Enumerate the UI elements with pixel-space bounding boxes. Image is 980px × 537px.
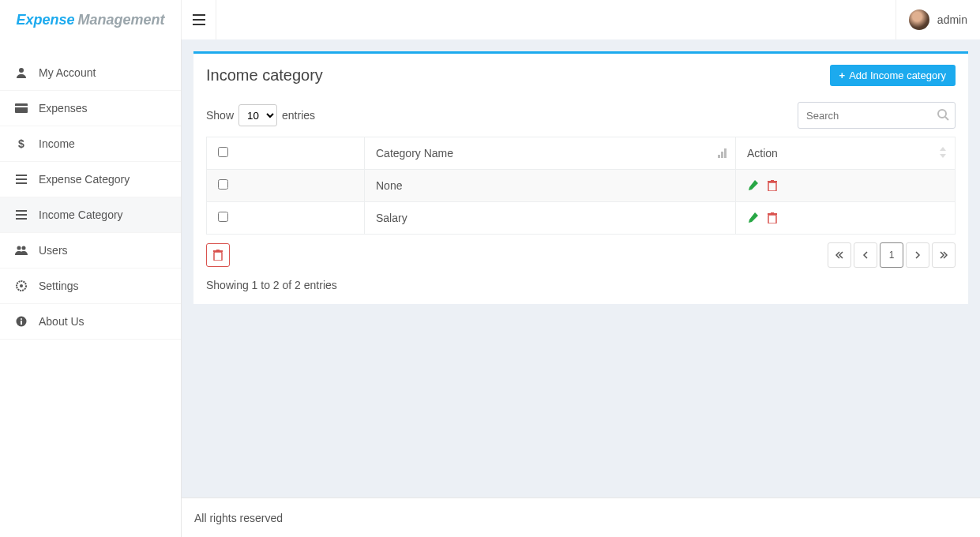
sidebar: My Account Expenses $ Income Expense Cat… (0, 39, 182, 537)
search-input[interactable] (798, 102, 956, 129)
svg-rect-28 (768, 181, 777, 182)
svg-rect-2 (193, 24, 205, 25)
svg-rect-1 (193, 19, 205, 21)
data-table: Category Name Action None (206, 137, 956, 235)
svg-rect-29 (771, 180, 774, 181)
svg-rect-32 (771, 212, 774, 213)
sidebar-item-label: Users (39, 244, 68, 257)
delete-button[interactable] (768, 180, 777, 191)
svg-rect-34 (213, 250, 223, 252)
svg-rect-22 (718, 155, 720, 158)
svg-text:$: $ (18, 137, 24, 150)
svg-rect-5 (15, 106, 28, 107)
footer: All rights reserved (182, 498, 980, 537)
sidebar-item-users[interactable]: Users (0, 233, 181, 268)
show-label: Show (206, 109, 234, 122)
add-income-category-button[interactable]: + Add Income category (830, 65, 956, 86)
action-header[interactable]: Action (736, 137, 956, 170)
svg-rect-31 (768, 213, 777, 215)
row-checkbox[interactable] (218, 179, 228, 190)
select-all-checkbox[interactable] (218, 147, 228, 157)
sidebar-toggle-button[interactable] (182, 0, 216, 39)
add-button-label: Add Income category (849, 69, 946, 81)
svg-point-14 (22, 246, 26, 250)
header-label: Category Name (376, 147, 453, 160)
sidebar-item-label: My Account (39, 66, 96, 79)
svg-rect-10 (16, 210, 27, 212)
table-row: None (207, 170, 956, 202)
chevrons-left-icon (835, 251, 843, 259)
list-icon (12, 210, 31, 220)
sort-icon (939, 147, 947, 158)
category-name-header[interactable]: Category Name (365, 137, 736, 170)
edit-button[interactable] (747, 180, 758, 191)
sidebar-item-label: Expense Category (39, 173, 130, 186)
sidebar-item-label: Income (39, 137, 75, 150)
chevron-right-icon (914, 251, 921, 259)
svg-line-21 (945, 117, 948, 120)
sidebar-item-expense-category[interactable]: Expense Category (0, 162, 181, 197)
page-last-button[interactable] (932, 242, 956, 268)
svg-rect-24 (724, 148, 727, 158)
logo[interactable]: Expense Management (0, 0, 182, 39)
sidebar-item-expenses[interactable]: Expenses (0, 91, 181, 126)
page-prev-button[interactable] (854, 242, 877, 268)
sidebar-item-label: About Us (39, 315, 84, 328)
svg-point-20 (938, 110, 946, 118)
card-icon (12, 103, 31, 113)
svg-rect-23 (721, 152, 723, 158)
sidebar-item-settings[interactable]: Settings (0, 268, 181, 304)
sidebar-item-income[interactable]: $ Income (0, 126, 181, 162)
pagination: 1 (825, 242, 956, 268)
svg-marker-26 (940, 154, 946, 158)
username-label: admin (937, 13, 967, 26)
search-icon (937, 108, 949, 121)
page-next-button[interactable] (906, 242, 929, 268)
user-menu[interactable]: admin (896, 0, 980, 39)
category-name-cell: Salary (365, 202, 736, 235)
edit-button[interactable] (747, 212, 758, 223)
svg-rect-30 (768, 215, 776, 223)
svg-rect-33 (214, 252, 222, 261)
page-title: Income category (206, 66, 323, 84)
sidebar-item-my-account[interactable]: My Account (0, 55, 181, 91)
entries-control: Show 10 entries (206, 104, 315, 126)
sidebar-item-income-category[interactable]: Income Category (0, 197, 181, 233)
row-checkbox[interactable] (218, 212, 228, 222)
info-icon (12, 316, 31, 327)
chevrons-right-icon (940, 251, 948, 259)
page-first-button[interactable] (828, 242, 851, 268)
showing-summary: Showing 1 to 2 of 2 entries (206, 279, 956, 291)
bulk-delete-button[interactable] (206, 243, 230, 267)
svg-point-16 (20, 284, 23, 287)
top-header: Expense Management admin (0, 0, 980, 39)
logo-text-2: Management (78, 12, 165, 28)
svg-rect-4 (15, 103, 28, 113)
footer-text: All rights reserved (194, 512, 283, 524)
sidebar-item-label: Expenses (39, 102, 87, 115)
sidebar-item-about-us[interactable]: About Us (0, 304, 181, 340)
svg-point-3 (19, 68, 24, 73)
panel: Income category + Add Income category Sh… (193, 51, 968, 304)
plus-icon: + (839, 69, 846, 81)
users-icon (12, 246, 31, 255)
svg-rect-0 (193, 14, 205, 16)
svg-rect-27 (768, 182, 776, 191)
list-icon (12, 175, 31, 184)
svg-rect-11 (16, 214, 27, 216)
select-all-header (207, 137, 365, 170)
svg-point-18 (21, 318, 22, 320)
svg-rect-9 (16, 182, 27, 184)
page-number-button[interactable]: 1 (880, 242, 903, 268)
delete-button[interactable] (768, 212, 777, 223)
table-footer-controls: 1 (206, 242, 956, 268)
sidebar-item-label: Income Category (39, 208, 123, 221)
svg-rect-12 (16, 218, 27, 220)
header-label: Action (747, 147, 778, 160)
entries-select[interactable]: 10 (238, 104, 277, 126)
main-content: Income category + Add Income category Sh… (182, 39, 980, 498)
chevron-left-icon (862, 251, 869, 259)
search-wrap (798, 102, 956, 129)
svg-rect-19 (21, 321, 22, 325)
gear-icon (12, 280, 31, 291)
